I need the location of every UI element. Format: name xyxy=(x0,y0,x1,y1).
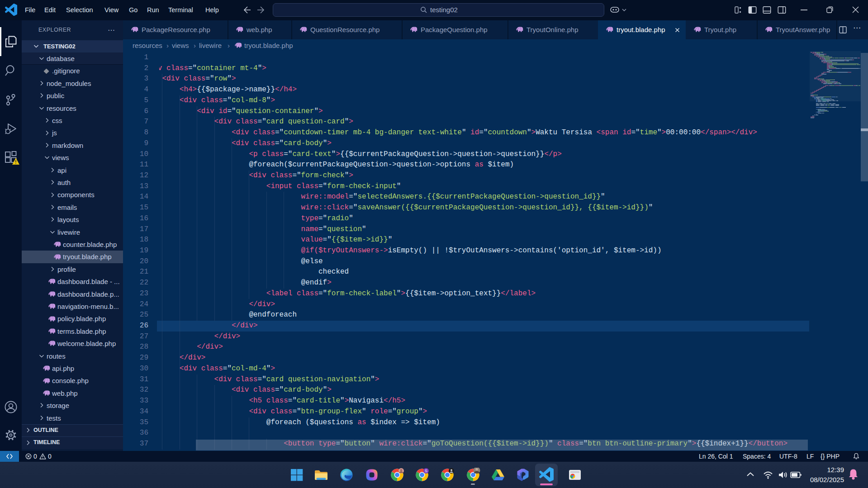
svg-text:S: S xyxy=(425,469,427,473)
